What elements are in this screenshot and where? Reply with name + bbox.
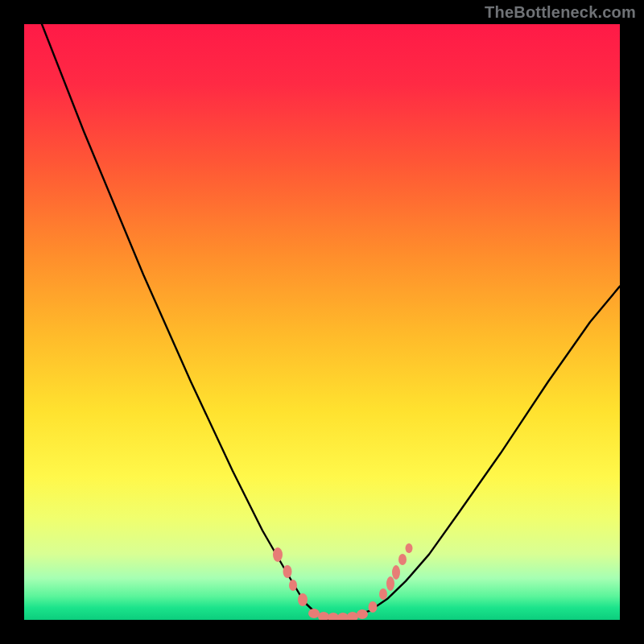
marker-dot [379,588,387,600]
marker-dot [398,554,407,565]
marker-dot [289,580,297,591]
marker-group [273,543,413,620]
marker-dot [283,565,292,578]
marker-dot [392,565,400,580]
marker-dot [328,613,339,620]
marker-dot [357,609,368,619]
marker-dot [406,543,413,553]
plot-area [24,24,620,620]
marker-dot [369,601,378,613]
marker-dot [337,613,349,620]
chart-svg [24,24,620,620]
marker-dot [318,612,329,620]
chart-frame: TheBottleneck.com [0,0,644,644]
marker-dot [298,593,308,606]
marker-dot [308,609,320,618]
marker-dot [347,612,358,620]
bottleneck-curve [42,24,620,620]
watermark-text: TheBottleneck.com [485,3,636,22]
marker-dot [273,547,283,562]
marker-dot [386,576,394,591]
